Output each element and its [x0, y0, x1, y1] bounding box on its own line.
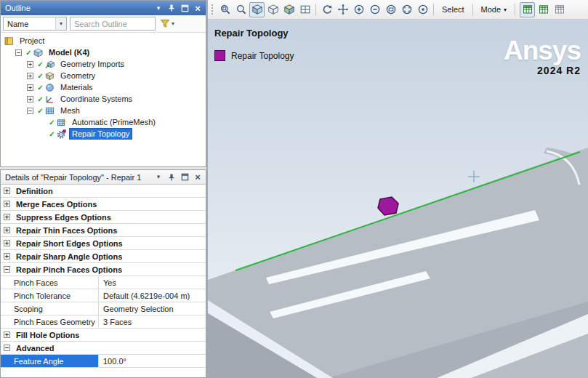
details-category-merge-faces-options[interactable]: +Merge Faces Options	[1, 198, 206, 211]
tree-expander-icon[interactable]: +	[27, 61, 33, 68]
property-value-cell[interactable]: Geometry Selection	[99, 302, 206, 315]
tree-item-geometry[interactable]: +✓Geometry	[1, 70, 206, 81]
details-row-pinch-faces-geometry[interactable]: Pinch Faces Geometry3 Faces	[1, 315, 206, 329]
status-check-icon: ✓	[25, 49, 33, 57]
category-expander-icon[interactable]: −	[4, 345, 10, 351]
panel-menu-chevron-icon[interactable]: ▾	[153, 3, 164, 13]
tree-expander-icon[interactable]: +	[27, 84, 33, 91]
worksheet-view-3-button[interactable]	[552, 2, 567, 17]
tree-item-label[interactable]: Project	[17, 35, 47, 47]
maximize-icon[interactable]	[180, 3, 190, 13]
category-expander-icon[interactable]: +	[4, 201, 10, 207]
zoom-in-button[interactable]	[351, 2, 366, 17]
category-expander-icon[interactable]: +	[4, 253, 10, 260]
panel-menu-chevron-icon[interactable]: ▾	[153, 172, 164, 182]
pin-icon[interactable]	[166, 172, 177, 182]
name-filter-combo[interactable]: Name ▾	[3, 17, 67, 31]
property-value-cell[interactable]: 3 Faces	[99, 315, 206, 328]
details-category-repair-sharp-angle-options[interactable]: +Repair Sharp Angle Options	[1, 250, 206, 263]
tree-item-repair-topology[interactable]: ✓Repair Topology	[1, 128, 206, 140]
search-outline-input[interactable]	[70, 17, 156, 31]
tree-item-label[interactable]: Mesh	[57, 105, 83, 116]
details-row-feature-angle[interactable]: Feature Angle100.0°	[1, 355, 206, 368]
details-row-pinch-faces[interactable]: Pinch FacesYes	[1, 276, 206, 289]
tree-item-label[interactable]: Repair Topology	[69, 128, 132, 140]
name-filter-value: Name	[4, 20, 55, 28]
property-value-cell[interactable]: Default (4.6219e-004 m)	[99, 289, 206, 302]
worksheet-view-2-button[interactable]	[536, 2, 551, 17]
details-category-repair-pinch-faces-options[interactable]: −Repair Pinch Faces Options	[1, 263, 206, 276]
zoom-box-button[interactable]	[383, 2, 398, 17]
chevron-down-icon[interactable]: ▾	[55, 17, 66, 30]
viewport-legend: Repair Topology	[214, 50, 294, 61]
category-expander-icon[interactable]: +	[4, 227, 10, 233]
tree-item-mesh[interactable]: −✓Mesh	[1, 105, 206, 116]
tree-item-label[interactable]: Model (K4)	[46, 47, 92, 58]
rotate-tool-button[interactable]	[319, 2, 334, 17]
details-row-pinch-tolerance[interactable]: Pinch ToleranceDefault (4.6219e-004 m)	[1, 289, 206, 302]
property-name-cell[interactable]: Pinch Faces Geometry	[1, 315, 99, 328]
category-expander-icon[interactable]: +	[4, 214, 10, 220]
filter-funnel-button[interactable]: ▾	[158, 18, 176, 30]
zoom-fit-button[interactable]	[399, 2, 414, 17]
details-category-repair-short-edges-options[interactable]: +Repair Short Edges Options	[1, 237, 206, 250]
details-category-definition[interactable]: +Definition	[1, 185, 206, 198]
details-titlebar[interactable]: Details of "Repair Topology" - Repair 1 …	[1, 170, 206, 185]
details-category-repair-thin-faces-options[interactable]: +Repair Thin Faces Options	[1, 224, 206, 237]
outline-titlebar[interactable]: Outline ▾ ×	[1, 1, 206, 15]
close-icon[interactable]: ×	[193, 172, 203, 182]
status-check-icon: ✓	[36, 60, 44, 68]
view-wireframe-button[interactable]	[265, 2, 281, 17]
view-isometric-button[interactable]	[249, 2, 265, 17]
worksheet-view-1-button[interactable]	[520, 2, 535, 17]
tree-item-coordinate-systems[interactable]: +✓Coordinate Systems	[1, 93, 206, 105]
geometry-icon	[45, 71, 55, 81]
category-label: Repair Pinch Faces Options	[16, 265, 122, 274]
category-expander-icon[interactable]: +	[4, 331, 10, 338]
tree-expander-icon[interactable]: −	[27, 108, 33, 114]
tree-item-materials[interactable]: +✓Materials	[1, 81, 206, 93]
property-name-cell[interactable]: Pinch Faces	[1, 276, 99, 289]
details-category-suppress-edges-options[interactable]: +Suppress Edges Options	[1, 211, 206, 224]
pan-tool-button[interactable]	[335, 2, 350, 17]
property-value-cell[interactable]: 100.0°	[99, 355, 206, 367]
viewport[interactable]: Repair Topology Repair Topology Ansys 20…	[208, 20, 588, 378]
category-expander-icon[interactable]: −	[4, 266, 10, 273]
box-zoom-tool-button[interactable]	[217, 2, 233, 17]
tree-item-project[interactable]: Project	[1, 35, 206, 47]
zoom-tool-button[interactable]	[233, 2, 249, 17]
tree-item-automatic-primemesh[interactable]: ✓Automatic (PrimeMesh)	[1, 116, 206, 128]
tree-expander-icon[interactable]: −	[15, 49, 22, 56]
maximize-icon[interactable]	[180, 172, 190, 182]
property-name-cell[interactable]: Pinch Tolerance	[1, 289, 99, 302]
tree-item-model-k4[interactable]: −✓Model (K4)	[1, 47, 206, 58]
chevron-down-icon[interactable]: ▾	[172, 20, 174, 27]
category-expander-icon[interactable]: +	[4, 188, 10, 194]
property-name-cell[interactable]: Scoping	[1, 302, 99, 315]
toolbar-grip[interactable]	[211, 4, 214, 16]
details-category-advanced[interactable]: −Advanced	[1, 342, 206, 355]
tree-item-label[interactable]: Coordinate Systems	[57, 93, 135, 105]
tree-item-geometry-imports[interactable]: +✓Geometry Imports	[1, 58, 206, 70]
tree-item-label[interactable]: Automatic (PrimeMesh)	[69, 116, 158, 128]
select-menu-button[interactable]: Select	[437, 2, 470, 17]
pin-icon[interactable]	[166, 3, 177, 13]
outline-panel-title: Outline	[5, 4, 152, 12]
tree-expander-icon[interactable]: +	[27, 96, 33, 102]
category-label: Repair Thin Faces Options	[16, 226, 117, 235]
tree-item-label[interactable]: Geometry	[57, 70, 98, 81]
details-category-fill-hole-options[interactable]: +Fill Hole Options	[1, 329, 206, 342]
view-faces-button[interactable]	[281, 2, 297, 17]
zoom-previous-button[interactable]	[415, 2, 430, 17]
zoom-out-button[interactable]	[367, 2, 382, 17]
viewport-layout-button[interactable]	[297, 2, 313, 17]
property-value-cell[interactable]: Yes	[99, 276, 206, 289]
close-icon[interactable]: ×	[193, 3, 203, 13]
mode-menu-button[interactable]: Mode▾	[476, 2, 512, 17]
tree-expander-icon[interactable]: +	[27, 73, 33, 79]
tree-item-label[interactable]: Geometry Imports	[57, 58, 127, 70]
details-row-scoping[interactable]: ScopingGeometry Selection	[1, 302, 206, 315]
property-name-cell[interactable]: Feature Angle	[1, 355, 99, 367]
tree-item-label[interactable]: Materials	[57, 81, 96, 93]
category-expander-icon[interactable]: +	[4, 240, 10, 246]
